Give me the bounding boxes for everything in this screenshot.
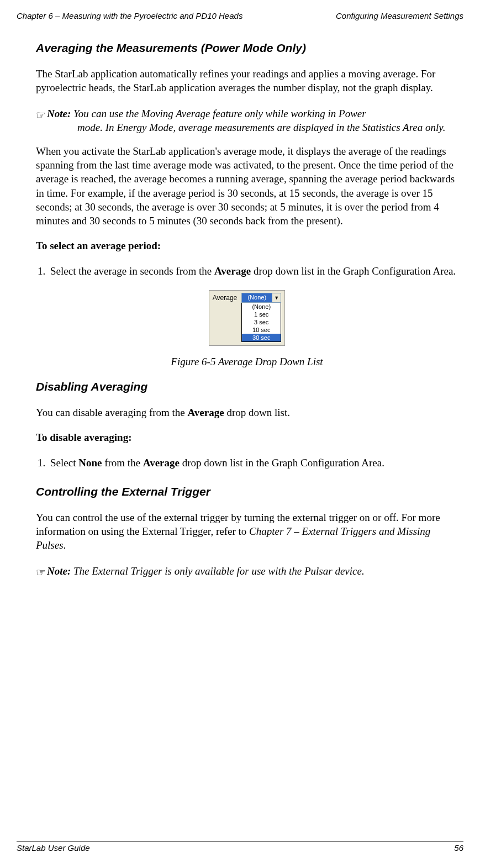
note-hand-icon: ☞ bbox=[36, 108, 46, 122]
header-section: Configuring Measurement Settings bbox=[336, 11, 463, 20]
dropdown-option[interactable]: 30 sec bbox=[242, 334, 281, 341]
step-select-average: Select the average in seconds from the A… bbox=[48, 264, 458, 278]
section-title-external-trigger: Controlling the External Trigger bbox=[36, 485, 458, 498]
para-average-behavior: When you activate the StarLab applicatio… bbox=[36, 144, 458, 227]
section-title-disable-averaging: Disabling Averaging bbox=[36, 380, 458, 393]
note-label: Note: bbox=[47, 108, 71, 119]
txt: drop down list. bbox=[224, 407, 290, 418]
txt: . bbox=[64, 539, 66, 551]
txt: from the bbox=[102, 457, 143, 469]
txt: drop down list in the Graph Configuratio… bbox=[180, 457, 384, 469]
step-text-a: Select the average in seconds from the bbox=[50, 265, 214, 277]
step-disable-average: Select None from the Average drop down l… bbox=[48, 456, 458, 470]
note-text-2: mode. In Energy Mode, average measuremen… bbox=[77, 120, 445, 134]
dropdown-list: (None) 1 sec 3 sec 10 sec 30 sec bbox=[241, 303, 281, 342]
para-disable-intro: You can disable averaging from the Avera… bbox=[36, 406, 458, 419]
header-chapter: Chapter 6 – Measuring with the Pyroelect… bbox=[17, 11, 242, 20]
dropdown-select[interactable]: (None) ▼ bbox=[241, 293, 281, 303]
txt: You can disable averaging from the bbox=[36, 407, 188, 418]
para-intro-averaging: The StarLab application automatically re… bbox=[36, 67, 458, 94]
step-text-c: drop down list in the Graph Configuratio… bbox=[251, 265, 456, 277]
dropdown-label: Average bbox=[213, 294, 237, 302]
figure-caption: Figure 6-5 Average Drop Down List bbox=[36, 356, 458, 368]
dropdown-option[interactable]: 3 sec bbox=[242, 318, 281, 326]
para-trigger-intro: You can control the use of the external … bbox=[36, 511, 458, 552]
txt: Select bbox=[50, 457, 78, 469]
chevron-down-icon[interactable]: ▼ bbox=[272, 293, 281, 302]
footer-doc-title: StarLab User Guide bbox=[17, 843, 90, 853]
dropdown-option[interactable]: 1 sec bbox=[242, 311, 281, 318]
footer-page-number: 56 bbox=[454, 843, 463, 853]
procedure-select-average: To select an average period: bbox=[36, 240, 458, 252]
dropdown-selected: (None) bbox=[242, 293, 272, 302]
txt-bold: Average bbox=[143, 457, 180, 469]
figure-average-dropdown: Average (None) ▼ (None) 1 sec 3 sec 10 s… bbox=[209, 290, 285, 346]
procedure-disable-averaging: To disable averaging: bbox=[36, 432, 458, 444]
note-pulsar-only: ☞ Note: The External Trigger is only ava… bbox=[36, 564, 458, 578]
note-hand-icon: ☞ bbox=[36, 565, 46, 580]
note-text-1: You can use the Moving Average feature o… bbox=[71, 108, 366, 119]
section-title-averaging: Averaging the Measurements (Power Mode O… bbox=[36, 41, 458, 55]
note-text: The External Trigger is only available f… bbox=[71, 565, 364, 577]
dropdown-option[interactable]: (None) bbox=[242, 303, 281, 311]
dropdown-option[interactable]: 10 sec bbox=[242, 326, 281, 334]
step-text-b: Average bbox=[214, 265, 251, 277]
txt-bold: None bbox=[78, 457, 102, 469]
note-label: Note: bbox=[47, 565, 71, 577]
note-power-mode: ☞ Note: You can use the Moving Average f… bbox=[36, 107, 458, 134]
txt-bold: Average bbox=[188, 407, 224, 418]
